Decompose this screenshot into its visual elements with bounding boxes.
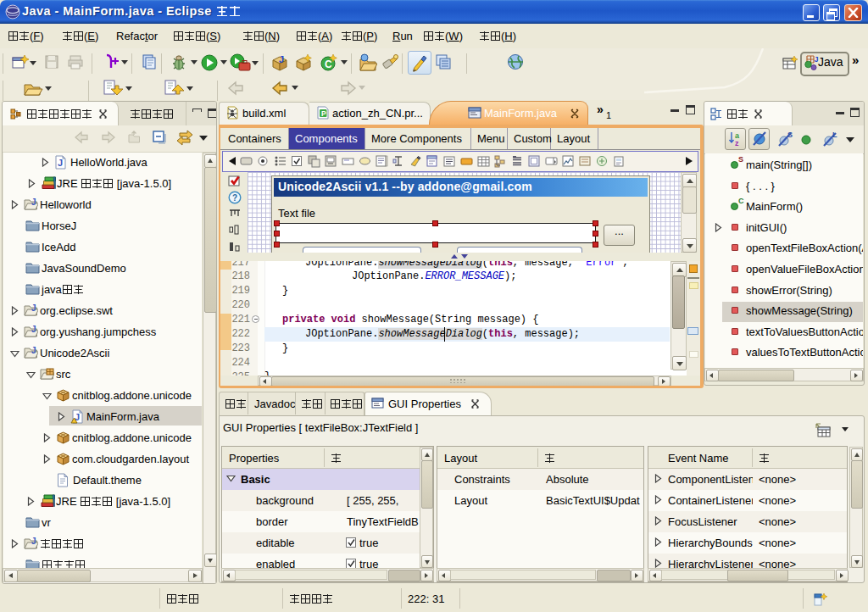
svg-text:P: P [321, 109, 326, 118]
svg-text:J: J [31, 537, 36, 546]
svg-text:J: J [31, 325, 36, 334]
svg-text:J: J [31, 303, 36, 313]
svg-text:z: z [735, 139, 739, 147]
svg-text:?: ? [232, 193, 237, 203]
svg-text:J: J [58, 158, 63, 168]
svg-text:C: C [325, 58, 332, 70]
svg-text:L: L [832, 131, 837, 139]
svg-text:S: S [787, 131, 793, 139]
svg-text:J: J [31, 346, 36, 355]
svg-text:J: J [31, 198, 36, 207]
svg-text:J: J [279, 54, 284, 64]
